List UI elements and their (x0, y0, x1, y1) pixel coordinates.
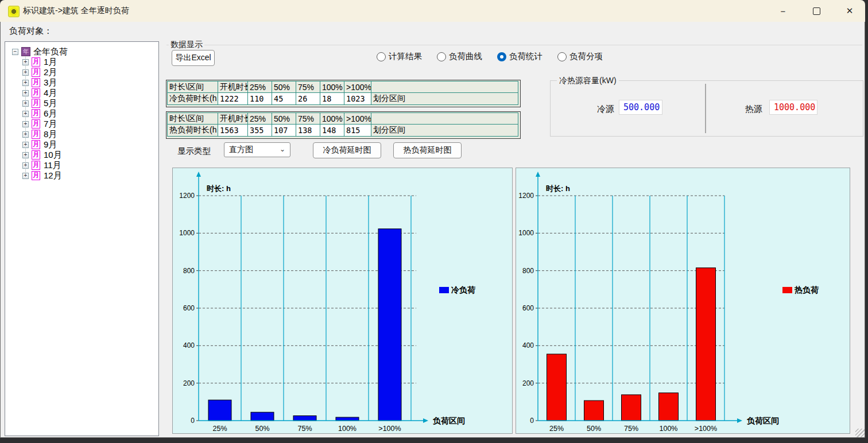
cold-load-duration-button[interactable]: 冷负荷延时图 (313, 142, 381, 158)
app-icon (8, 6, 20, 17)
capacity-divider (705, 84, 706, 133)
value-cell: 45 (272, 93, 296, 105)
cold-source-input[interactable]: 500.000 (619, 100, 662, 115)
expand-icon[interactable]: + (22, 121, 29, 127)
svg-text:25%: 25% (549, 425, 564, 433)
radio-负荷分项[interactable]: 负荷分项 (557, 51, 603, 62)
tree-item-month[interactable]: +月3月 (22, 77, 57, 88)
maximize-button[interactable] (803, 0, 830, 22)
expand-icon[interactable]: + (22, 142, 29, 148)
svg-text:1200: 1200 (518, 192, 534, 200)
month-icon: 月 (32, 140, 40, 149)
expand-icon[interactable]: + (22, 90, 29, 96)
title-bar[interactable]: 标识建筑->建筑 全年逐时负荷 − ✕ (0, 0, 865, 22)
radio-负荷统计[interactable]: 负荷统计 (497, 51, 542, 62)
divide-range-link[interactable]: 划分区间 (371, 93, 518, 105)
cold-load-table: 时长\区间 开机时长 25% 50% 75% 100% >100% 冷负荷时长(… (166, 80, 521, 107)
divide-range-link[interactable]: 划分区间 (371, 125, 518, 137)
expand-icon[interactable]: + (22, 69, 29, 76)
header-cell: 50% (272, 81, 296, 93)
header-cell: 时长\区间 (168, 81, 218, 93)
svg-text:100%: 100% (338, 425, 356, 433)
close-button[interactable]: ✕ (836, 0, 863, 22)
window-title: 标识建筑->建筑 全年逐时负荷 (23, 6, 129, 16)
expand-icon[interactable]: + (22, 100, 29, 107)
radio-icon[interactable] (437, 52, 446, 61)
tree-item-month[interactable]: +月6月 (22, 108, 57, 119)
svg-text:1000: 1000 (518, 229, 534, 237)
month-icon: 月 (32, 150, 40, 160)
heat-load-duration-button[interactable]: 热负荷延时图 (393, 142, 462, 158)
tree-item-month[interactable]: +月11月 (22, 160, 61, 170)
value-cell: 26 (296, 93, 320, 105)
tree-item-month[interactable]: +月12月 (22, 170, 62, 181)
radio-label: 负荷统计 (509, 51, 542, 62)
svg-text:100%: 100% (660, 425, 678, 433)
expand-icon[interactable]: + (22, 162, 29, 169)
month-icon: 月 (32, 130, 40, 139)
tree-item-month[interactable]: +月4月 (22, 88, 57, 98)
svg-text:800: 800 (522, 267, 534, 275)
collapse-icon[interactable]: − (12, 49, 18, 55)
year-icon: 年 (21, 47, 30, 56)
expand-icon[interactable]: + (22, 80, 29, 86)
radio-icon[interactable] (377, 52, 386, 61)
value-cell: 815 (344, 125, 371, 137)
tree-item-month[interactable]: +月1月 (22, 57, 57, 67)
minimize-button[interactable]: − (770, 0, 796, 22)
tree-item-annual-load[interactable]: −年全年负荷 (12, 46, 68, 57)
expand-icon[interactable]: + (22, 173, 29, 179)
tree-item-label: 9月 (44, 139, 57, 150)
tree-item-label: 1月 (44, 57, 57, 68)
heat-source-input[interactable]: 1000.000 (769, 100, 817, 115)
value-cell: 148 (320, 125, 344, 137)
tree-item-label: 3月 (44, 77, 57, 88)
data-display-groupbox (166, 45, 862, 45)
value-cell: 138 (296, 125, 320, 137)
tree-item-month[interactable]: +月9月 (22, 139, 57, 150)
header-cell: 时长\区间 (168, 113, 218, 125)
header-cell: 75% (296, 113, 320, 125)
table-row: 冷负荷时长(h 1222 110 45 26 18 1023 划分区间 (168, 93, 518, 105)
expand-icon[interactable]: + (22, 111, 29, 117)
heat-load-histogram: 02004006008001000120025%50%75%100%>100%时… (516, 168, 850, 433)
tree-item-month[interactable]: +月7月 (22, 119, 57, 129)
month-icon: 月 (32, 57, 40, 67)
display-type-combobox[interactable]: 直方图 ⌄ (224, 142, 290, 157)
load-object-tree[interactable]: −年全年负荷+月1月+月2月+月3月+月4月+月5月+月6月+月7月+月8月+月… (5, 41, 159, 436)
radio-负荷曲线[interactable]: 负荷曲线 (437, 51, 482, 62)
svg-text:400: 400 (522, 341, 534, 349)
radio-计算结果[interactable]: 计算结果 (377, 51, 422, 62)
tree-item-month[interactable]: +月5月 (22, 98, 57, 108)
expand-icon[interactable]: + (22, 152, 29, 158)
export-excel-button[interactable]: 导出Excel (172, 50, 215, 66)
svg-text:600: 600 (183, 304, 195, 312)
svg-text:400: 400 (183, 341, 195, 349)
chevron-down-icon: ⌄ (280, 145, 285, 153)
month-icon: 月 (32, 99, 40, 108)
svg-text:75%: 75% (297, 425, 312, 433)
header-cell: 25% (248, 113, 272, 125)
svg-text:75%: 75% (624, 425, 638, 433)
month-icon: 月 (32, 109, 40, 118)
tree-item-month[interactable]: +月8月 (22, 129, 57, 139)
tree-item-label: 8月 (44, 129, 57, 140)
tree-item-month[interactable]: +月10月 (22, 150, 62, 160)
radio-icon[interactable] (557, 52, 567, 61)
cold-source-label: 冷源 (597, 104, 614, 115)
table-header-row: 时长\区间 开机时长 25% 50% 75% 100% >100% (168, 81, 518, 93)
minimize-icon: − (781, 6, 786, 16)
tree-item-label: 10月 (44, 150, 62, 161)
resize-grip[interactable] (855, 429, 865, 437)
svg-text:50%: 50% (587, 425, 601, 433)
tree-item-month[interactable]: +月2月 (22, 67, 57, 77)
header-cell: >100% (344, 81, 371, 93)
expand-icon[interactable]: + (22, 131, 29, 138)
radio-icon[interactable] (497, 52, 506, 61)
month-icon: 月 (32, 119, 40, 129)
value-cell: 110 (248, 93, 272, 105)
tree-item-label: 5月 (44, 98, 57, 109)
expand-icon[interactable]: + (22, 59, 29, 65)
value-cell: 1023 (344, 93, 371, 105)
desktop-background (0, 437, 868, 443)
